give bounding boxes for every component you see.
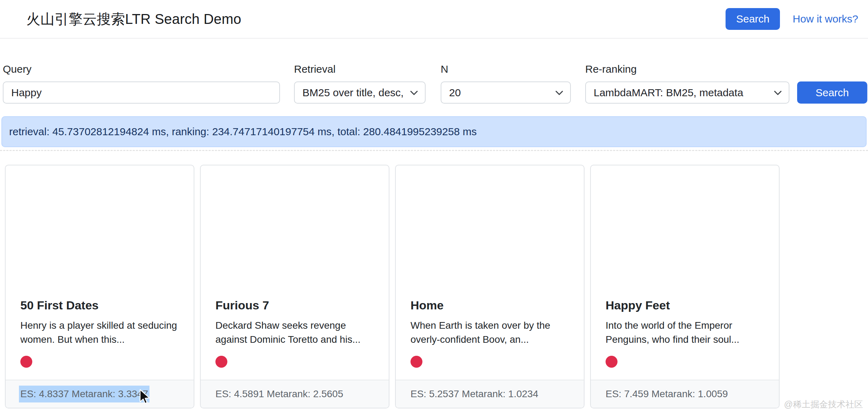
n-select[interactable]: 20 — [441, 81, 571, 104]
header-search-button[interactable]: Search — [726, 8, 780, 30]
score-text: ES: 4.8337 Metarank: 3.3347 — [19, 386, 149, 402]
movie-title: Happy Feet — [606, 297, 764, 313]
reranking-select[interactable]: LambdaMART: BM25, metadata — [585, 81, 789, 104]
header: 火山引擎云搜索LTR Search Demo Search How it wor… — [0, 0, 868, 39]
card-footer: ES: 4.8337 Metarank: 3.3347 — [6, 380, 194, 408]
watermark: @稀土掘金技术社区 — [784, 399, 863, 410]
timing-text: retrieval: 45.73702812194824 ms, ranking… — [9, 126, 477, 138]
card-body: 50 First Dates Henry is a player skilled… — [6, 297, 194, 368]
movie-description: Into the world of the Emperor Penguins, … — [606, 319, 764, 347]
movie-description: When Earth is taken over by the overly-c… — [410, 319, 569, 347]
how-it-works-link[interactable]: How it works? — [793, 13, 858, 25]
card-footer: ES: 5.2537 Metarank: 1.0234 — [396, 380, 584, 408]
page-title: 火山引擎云搜索LTR Search Demo — [26, 9, 241, 29]
retrieval-label: Retrieval — [294, 63, 426, 77]
reranking-field-group: Re-ranking LambdaMART: BM25, metadata — [585, 63, 789, 104]
chevron-down-icon — [555, 88, 564, 97]
result-card: 50 First Dates Henry is a player skilled… — [5, 165, 194, 408]
poster-image-placeholder — [396, 165, 584, 297]
result-card: Home When Earth is taken over by the ove… — [395, 165, 585, 408]
card-footer: ES: 7.459 Metarank: 1.0059 — [591, 380, 779, 408]
score-text: ES: 7.459 Metarank: 1.0059 — [606, 388, 728, 400]
query-label: Query — [3, 63, 280, 77]
page: 火山引擎云搜索LTR Search Demo Search How it wor… — [0, 0, 868, 413]
retrieval-selected-value: BM25 over title, desc, ta — [302, 87, 403, 99]
search-form: Query Retrieval BM25 over title, desc, t… — [0, 63, 868, 105]
header-actions: Search How it works? — [726, 0, 858, 38]
n-selected-value: 20 — [449, 87, 548, 99]
reranking-label: Re-ranking — [585, 63, 789, 77]
movie-description: Deckard Shaw seeks revenge against Domin… — [215, 319, 374, 347]
query-input[interactable] — [11, 87, 272, 99]
chevron-down-icon — [409, 88, 419, 97]
results-grid: 50 First Dates Henry is a player skilled… — [5, 165, 780, 408]
result-card: Furious 7 Deckard Shaw seeks revenge aga… — [200, 165, 389, 408]
section-divider — [0, 150, 868, 151]
poster-image-placeholder — [6, 165, 194, 297]
rating-dot — [606, 356, 617, 368]
movie-title: Home — [410, 297, 569, 313]
card-body: Happy Feet Into the world of the Emperor… — [591, 297, 779, 368]
rating-dot — [410, 356, 422, 368]
retrieval-field-group: Retrieval BM25 over title, desc, ta — [294, 63, 426, 104]
chevron-down-icon — [773, 88, 782, 97]
rating-dot — [20, 356, 32, 368]
mouse-cursor-icon — [139, 389, 152, 405]
card-footer: ES: 4.5891 Metarank: 2.5605 — [201, 380, 389, 408]
query-field-group: Query — [3, 63, 280, 104]
search-button[interactable]: Search — [797, 81, 867, 104]
timing-alert: retrieval: 45.73702812194824 ms, ranking… — [1, 116, 867, 147]
movie-description: Henry is a player skilled at seducing wo… — [20, 319, 179, 347]
movie-title: Furious 7 — [215, 297, 374, 313]
score-text: ES: 4.5891 Metarank: 2.5605 — [215, 388, 343, 400]
reranking-selected-value: LambdaMART: BM25, metadata — [594, 87, 767, 99]
poster-image-placeholder — [201, 165, 389, 297]
poster-image-placeholder — [591, 165, 779, 297]
result-card: Happy Feet Into the world of the Emperor… — [590, 165, 780, 408]
retrieval-select[interactable]: BM25 over title, desc, ta — [294, 81, 426, 104]
card-body: Home When Earth is taken over by the ove… — [396, 297, 584, 368]
n-label: N — [441, 63, 571, 77]
card-body: Furious 7 Deckard Shaw seeks revenge aga… — [201, 297, 389, 368]
rating-dot — [215, 356, 227, 368]
query-input-wrap — [3, 81, 280, 104]
score-text: ES: 5.2537 Metarank: 1.0234 — [410, 388, 538, 400]
n-field-group: N 20 — [441, 63, 571, 104]
movie-title: 50 First Dates — [20, 297, 179, 313]
